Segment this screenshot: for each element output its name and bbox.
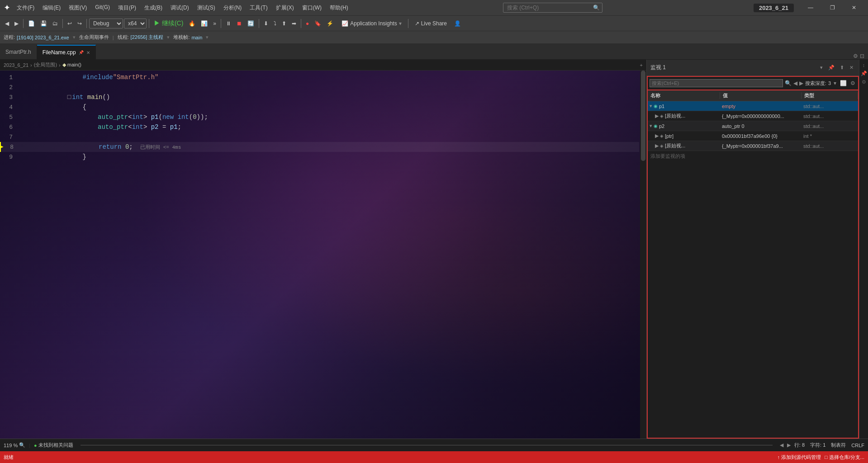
watch-search-next[interactable]: ▶: [799, 80, 803, 86]
window-title: 2023_6_21: [754, 4, 794, 12]
hot-reload-button[interactable]: 🔥: [186, 19, 198, 28]
zoom-level[interactable]: 119 % 🔍: [4, 442, 25, 448]
watch-cell-p2ptr-value: 0x000001bf37a96e00 {0}: [720, 133, 802, 139]
menu-analyze[interactable]: 分析(N): [220, 2, 246, 14]
line-code-6: auto_ptr<int> p2 = p1;: [18, 116, 181, 138]
watch-expand-button[interactable]: ⬜: [839, 79, 848, 87]
side-gear-icon[interactable]: ⚙: [861, 78, 867, 86]
toolbar-overflow[interactable]: »: [211, 19, 218, 28]
debug-config-dropdown[interactable]: Debug Release: [89, 19, 123, 28]
stack-label: 堆栈帧:: [173, 34, 190, 41]
breadcrumb-function[interactable]: ◆ main(): [62, 62, 81, 68]
menu-git[interactable]: Git(G): [91, 2, 114, 14]
application-insights-button[interactable]: 📈 Application Insights ▾: [337, 19, 405, 28]
code-editor[interactable]: 1 #include"SmartPtr.h" 2 3 □int main(): [0, 71, 639, 439]
tab-smartptr[interactable]: SmartPtr.h: [0, 45, 37, 59]
menu-build[interactable]: 生成(B): [141, 2, 166, 14]
p2ptr-expand-icon[interactable]: ▶: [655, 133, 659, 139]
menu-file[interactable]: 文件(F): [13, 2, 38, 14]
p1-expand-icon[interactable]: ▾: [650, 103, 652, 109]
step-over-button[interactable]: ⤵: [271, 19, 279, 28]
p2raw-expand-icon[interactable]: ▶: [655, 143, 659, 149]
watch-row-p2-raw[interactable]: ▶ ◈ [原始视... {_Myptr=0x000001bf37a9... st…: [648, 141, 858, 151]
menu-tools[interactable]: 工具(T): [246, 2, 271, 14]
status-text: 未找到相关问题: [38, 442, 73, 449]
vertical-scrollbar[interactable]: [640, 71, 646, 439]
breadcrumb-scope[interactable]: (全局范围): [34, 61, 57, 68]
toolbar-separator-5: [221, 19, 221, 28]
code-area[interactable]: 1 #include"SmartPtr.h" 2 3 □int main(): [0, 71, 646, 439]
tab-split-icon[interactable]: ⊡: [860, 53, 864, 59]
watch-row-p1-raw[interactable]: ▶ ◈ [原始视... {_Myptr=0x000000000000... st…: [648, 111, 858, 121]
watch-row-p2-ptr[interactable]: ▶ ◈ [ptr] 0x000001bf37a96e00 {0} int *: [648, 131, 858, 141]
step-into-button[interactable]: ⬇: [261, 19, 270, 28]
live-share-button[interactable]: ↗ Live Share: [411, 19, 451, 28]
watch-float-button[interactable]: ⬆: [838, 64, 846, 71]
watch-settings-button[interactable]: ⚙: [849, 79, 856, 87]
watch-row-p1[interactable]: ▾ ◉ p1 empty std::aut...: [648, 101, 858, 111]
menu-debug[interactable]: 调试(D): [167, 2, 193, 14]
breakpoint-button[interactable]: ●: [304, 19, 311, 28]
watch-row-p2[interactable]: ▾ ◉ p2 auto_ptr 0 std::aut...: [648, 121, 858, 131]
menu-edit[interactable]: 编辑(E): [39, 2, 64, 14]
menu-test[interactable]: 测试(S): [194, 2, 219, 14]
thread-value[interactable]: [22656] 主线程: [131, 34, 164, 41]
user-profile-button[interactable]: 👤: [452, 19, 463, 28]
run-to-cursor-button[interactable]: ➡: [289, 19, 299, 28]
depth-options-button[interactable]: ▾: [833, 79, 837, 87]
nav-forward-button[interactable]: ▶: [12, 19, 21, 28]
tab-close-button[interactable]: ✕: [86, 50, 90, 55]
error-status[interactable]: ● 未找到相关问题: [34, 442, 73, 449]
col-header-value: 值: [720, 92, 802, 99]
watch-search-input[interactable]: [650, 79, 783, 87]
tab-settings-icon[interactable]: ⚙: [853, 53, 858, 59]
lifecycle-button[interactable]: 生命周期事件: [79, 34, 109, 41]
p2-expand-icon[interactable]: ▾: [650, 123, 652, 129]
menu-window[interactable]: 窗口(W): [299, 2, 325, 14]
platform-dropdown[interactable]: x64 x86: [124, 19, 147, 28]
stop-button[interactable]: ⏹: [234, 19, 244, 28]
bookmark-button[interactable]: 🔖: [312, 19, 323, 28]
pause-button[interactable]: ⏸: [223, 19, 233, 28]
stack-value[interactable]: main: [191, 35, 202, 40]
process-value[interactable]: [19140] 2023_6_21.exe: [17, 35, 69, 40]
menu-project[interactable]: 项目(P): [114, 2, 140, 14]
menu-view[interactable]: 视图(V): [65, 2, 90, 14]
continue-button[interactable]: ▶ 继续(C): [152, 18, 185, 29]
scroll-left-button[interactable]: ◀: [780, 442, 783, 448]
repo-select-button[interactable]: □ 选择仓库/分支...: [825, 454, 864, 461]
performance-button[interactable]: ⚡: [324, 19, 336, 28]
undo-button[interactable]: ↩: [65, 19, 74, 28]
search-input[interactable]: [503, 3, 602, 13]
watch-pin-button[interactable]: 📌: [826, 64, 836, 71]
watch-add-item[interactable]: 添加要监视的项: [648, 151, 858, 161]
redo-button[interactable]: ↪: [75, 19, 84, 28]
step-out-button[interactable]: ⬆: [280, 19, 289, 28]
p1raw-expand-icon[interactable]: ▶: [655, 113, 659, 119]
bottom-bar: 119 % 🔍 | ● 未找到相关问题 ◀ ▶ 行: 8 字符: 1 制表符 C…: [0, 439, 868, 451]
close-button[interactable]: ✕: [844, 0, 864, 15]
scrollbar-thumb[interactable]: [641, 71, 645, 161]
restart-button[interactable]: 🔄: [245, 19, 256, 28]
side-expand-icon[interactable]: ↕: [862, 61, 866, 69]
breadcrumb-project[interactable]: 2023_6_21: [4, 62, 28, 68]
watch-cell-p1-value: empty: [720, 104, 802, 109]
profiler-button[interactable]: 📊: [199, 19, 210, 28]
add-file-button[interactable]: +: [640, 62, 643, 68]
minimize-button[interactable]: —: [800, 0, 821, 15]
tab-filename[interactable]: FileName.cpp 📌 ✕: [37, 45, 96, 59]
menu-help[interactable]: 帮助(H): [326, 2, 352, 14]
nav-back-button[interactable]: ◀: [3, 19, 11, 28]
watch-search-prev[interactable]: ◀: [793, 80, 797, 86]
source-control-button[interactable]: ↑ 添加到源代码管理: [778, 454, 821, 461]
menu-extensions[interactable]: 扩展(X): [272, 2, 298, 14]
new-file-button[interactable]: 📄: [26, 19, 37, 28]
save-all-button[interactable]: 🗂: [50, 19, 60, 28]
watch-dropdown-button[interactable]: ▾: [818, 64, 825, 71]
side-pin-icon[interactable]: 📌: [860, 70, 868, 77]
save-button[interactable]: 💾: [38, 19, 49, 28]
scroll-right-button[interactable]: ▶: [787, 442, 791, 448]
watch-cell-p2raw-name: ▶ ◈ [原始视...: [648, 142, 720, 149]
watch-close-button[interactable]: ✕: [848, 64, 855, 71]
maximize-button[interactable]: ❐: [822, 0, 843, 15]
